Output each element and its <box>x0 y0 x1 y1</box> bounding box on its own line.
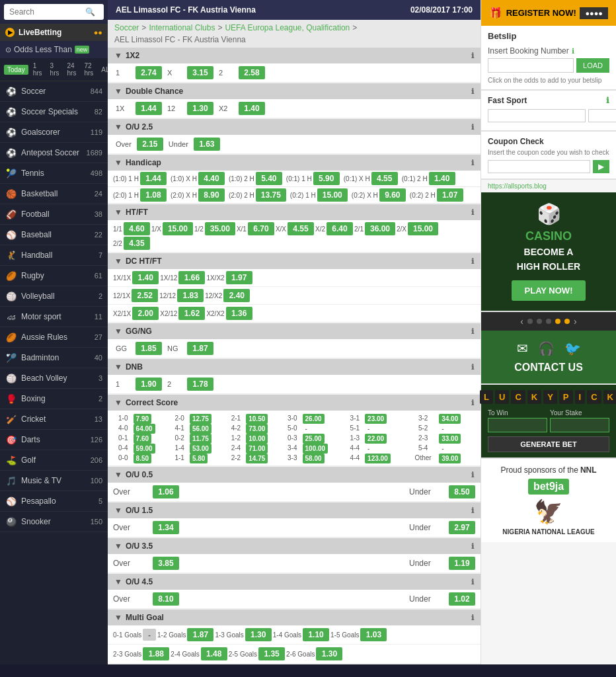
odd-1x2-1[interactable]: 2.74 <box>135 66 162 79</box>
odd-cs-0-3[interactable]: 25.00 <box>303 434 325 444</box>
sport-item-snooker[interactable]: 🎱 Snooker 150 <box>0 512 108 532</box>
booking-number-input[interactable] <box>488 58 574 73</box>
odd-under25[interactable]: 1.63 <box>194 138 220 151</box>
sport-item-darts[interactable]: 🎯 Darts 126 <box>0 430 108 450</box>
carousel-next[interactable]: › <box>574 316 577 327</box>
info-icon-handicap[interactable]: ℹ <box>471 159 474 167</box>
generate-bet-button[interactable]: GENERATE BET <box>488 436 609 452</box>
info-icon-ou25[interactable]: ℹ <box>471 123 474 132</box>
odd-htft-22[interactable]: 4.35 <box>124 237 150 250</box>
to-win-input[interactable] <box>488 418 547 432</box>
odd-cs-0-0[interactable]: 8.50 <box>134 454 151 463</box>
odd-over25[interactable]: 2.15 <box>137 138 163 151</box>
carousel-dot-2[interactable] <box>537 319 542 324</box>
odd-dc-1x[interactable]: 1.44 <box>135 102 162 115</box>
odd-h-01-x[interactable]: 4.55 <box>371 172 398 185</box>
section-header-htft[interactable]: ▼HT/FT ℹ <box>108 204 481 220</box>
sport-item-basketball[interactable]: 🏀 Basketball 24 <box>0 184 108 204</box>
sport-item-football[interactable]: 🏈 Football 38 <box>0 204 108 225</box>
breadcrumb-league[interactable]: UEFA Europa League, Qualification <box>225 23 350 32</box>
odd-cs-3-1[interactable]: 23.00 <box>365 414 387 424</box>
sport-item-golf[interactable]: ⛳ Golf 206 <box>0 450 108 471</box>
info-icon-dc[interactable]: ℹ <box>471 87 474 96</box>
livebetting-btn[interactable]: ▶ LiveBetting ●● <box>0 24 108 41</box>
odd-htft-1x[interactable]: 15.00 <box>163 222 193 235</box>
search-input[interactable] <box>9 7 85 17</box>
odd-htft-x1[interactable]: 6.70 <box>248 222 274 235</box>
odd-mg-14[interactable]: 1.10 <box>303 628 329 641</box>
section-header-ou45[interactable]: ▼O/U 4.5 ℹ <box>108 574 481 590</box>
time-btn-3hr[interactable]: 3 hrs <box>47 61 63 78</box>
sport-item-soccer-specials[interactable]: ⚽ Soccer Specials 82 <box>0 102 108 122</box>
odd-htft-21[interactable]: 36.00 <box>365 222 395 235</box>
time-btn-today[interactable]: Today <box>4 65 28 75</box>
breadcrumb-intl-clubs[interactable]: International Clubs <box>149 23 215 32</box>
carousel-dot-5[interactable] <box>564 319 570 324</box>
sport-item-goalscorer[interactable]: ⚽ Goalscorer 119 <box>0 122 108 143</box>
fast-input-2[interactable] <box>588 109 616 122</box>
odd-cs-2-1[interactable]: 10.50 <box>246 414 268 424</box>
odd-mg-24[interactable]: 1.48 <box>201 647 227 660</box>
sport-item-tennis[interactable]: 🎾 Tennis 498 <box>0 163 108 184</box>
odd-cs-2-4[interactable]: 71.00 <box>246 444 268 454</box>
section-header-dc[interactable]: ▼Double Chance ℹ <box>108 83 481 99</box>
odd-gg[interactable]: 1.85 <box>135 342 162 355</box>
odd-h-2[interactable]: 5.40 <box>256 172 282 185</box>
odd-cs-4-0[interactable]: 64.00 <box>134 424 155 434</box>
sport-item-motorsport[interactable]: 🏎 Motor sport 11 <box>0 307 108 327</box>
coupon-go-button[interactable]: ▶ <box>593 160 609 173</box>
fast-input-1[interactable] <box>488 109 586 122</box>
odd-dc-1x12[interactable]: 1.66 <box>178 271 205 284</box>
odd-h-02-1[interactable]: 15.00 <box>317 188 348 202</box>
casino-play-button[interactable]: PLAY NOW! <box>512 280 586 301</box>
breadcrumb-soccer[interactable]: Soccer <box>114 23 139 32</box>
info-icon-dnb[interactable]: ℹ <box>471 363 474 372</box>
carousel-dot-1[interactable] <box>527 319 533 324</box>
odd-dc-1xx2[interactable]: 1.97 <box>226 271 252 284</box>
odd-cs-3-2[interactable]: 34.00 <box>439 414 461 424</box>
odd-under05[interactable]: 8.50 <box>449 485 475 498</box>
section-header-dnb[interactable]: ▼DNB ℹ <box>108 359 481 375</box>
time-btn-72hr[interactable]: 72 hrs <box>81 61 96 78</box>
odd-htft-11[interactable]: 4.60 <box>124 222 150 235</box>
sport-item-pesapallo[interactable]: ⚾ Pesapallo 5 <box>0 491 108 512</box>
odd-h-1[interactable]: 1.44 <box>140 172 167 185</box>
odd-1x2-x[interactable]: 3.15 <box>187 66 213 79</box>
odd-cs-3-0[interactable]: 26.00 <box>303 414 325 424</box>
odd-h-x1[interactable]: 4.40 <box>198 172 225 185</box>
time-btn-24hr[interactable]: 24 hrs <box>64 61 80 78</box>
odd-dc-1212[interactable]: 1.83 <box>177 289 204 302</box>
section-header-ggng[interactable]: ▼GG/NG ℹ <box>108 323 481 339</box>
carousel-prev[interactable]: ‹ <box>520 316 523 327</box>
sport-item-handball[interactable]: 🤾 Handball 7 <box>0 245 108 266</box>
sport-item-soccer[interactable]: ⚽ Soccer 844 <box>0 81 108 102</box>
carousel-dot-4[interactable] <box>555 319 560 324</box>
info-icon-dchtft[interactable]: ℹ <box>471 257 474 266</box>
odd-dc-121x[interactable]: 2.52 <box>132 289 158 302</box>
odd-under35[interactable]: 1.19 <box>449 557 475 570</box>
info-icon-cs[interactable]: ℹ <box>471 399 474 407</box>
odd-h-02-x[interactable]: 9.60 <box>379 188 406 202</box>
odd-ng[interactable]: 1.87 <box>187 342 213 355</box>
odd-cs-4-2[interactable]: 73.00 <box>246 424 268 434</box>
odd-over35[interactable]: 3.85 <box>153 557 179 570</box>
odd-mg-15[interactable]: 1.03 <box>360 628 387 641</box>
sport-item-badminton[interactable]: 🏸 Badminton 40 <box>0 348 108 368</box>
odd-dnb-2[interactable]: 1.78 <box>187 378 213 391</box>
odd-cs-4-4[interactable]: 123.00 <box>365 454 391 463</box>
odd-cs-3-4[interactable]: 100.00 <box>303 444 328 454</box>
odd-over05[interactable]: 1.06 <box>153 485 179 498</box>
odd-mg-26[interactable]: 1.30 <box>316 647 342 660</box>
info-icon-1x2[interactable]: ℹ <box>471 52 474 60</box>
odd-dc-1x1x[interactable]: 1.40 <box>132 271 159 284</box>
odd-h-01-2[interactable]: 1.40 <box>429 172 455 185</box>
info-icon-ou05[interactable]: ℹ <box>471 471 474 479</box>
odd-h-01-1[interactable]: 5.90 <box>313 172 340 185</box>
odd-cs-1-1[interactable]: 5.80 <box>190 454 208 463</box>
section-header-ou25[interactable]: ▼O/U 2.5 ℹ <box>108 119 481 135</box>
sport-item-cricket[interactable]: 🏏 Cricket 13 <box>0 409 108 430</box>
odd-1x2-2[interactable]: 2.58 <box>239 66 265 79</box>
odd-dc-x212[interactable]: 1.62 <box>178 307 205 320</box>
sport-item-volleyball[interactable]: 🏐 Volleyball 2 <box>0 286 108 307</box>
odd-dc-x2x2[interactable]: 1.36 <box>226 307 252 320</box>
